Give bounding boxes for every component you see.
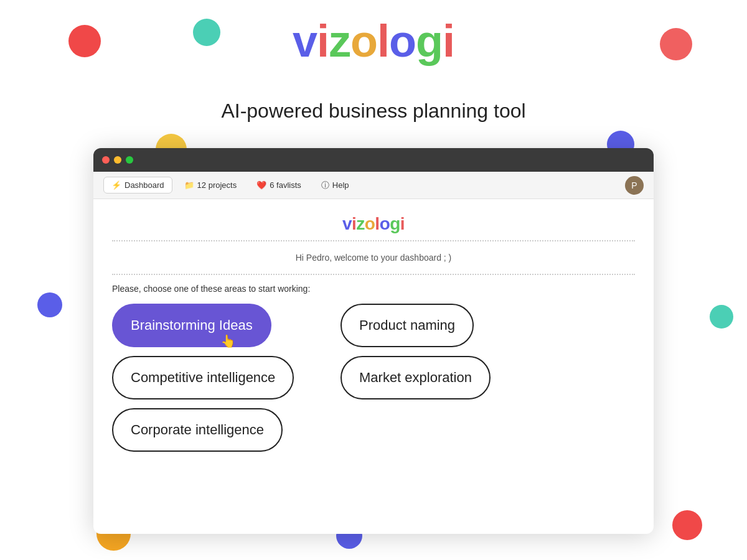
market-exploration-wrap: Market exploration: [341, 356, 560, 399]
dot-red-bottom-right: [672, 510, 702, 540]
choose-text: Please, choose one of these areas to sta…: [112, 284, 635, 294]
nav-favlists[interactable]: ❤️ 6 favlists: [248, 177, 309, 194]
browser-window: ⚡ Dashboard 📁 12 projects ❤️ 6 favlists …: [93, 148, 654, 534]
nav-dashboard[interactable]: ⚡ Dashboard: [103, 177, 172, 194]
dot-coral-top-right: [660, 28, 692, 60]
divider-bottom: [112, 274, 635, 275]
projects-icon: 📁: [184, 180, 194, 190]
dot-purple-left: [37, 292, 62, 317]
corporate-intelligence-button[interactable]: Corporate intelligence: [112, 408, 283, 452]
favlists-icon: ❤️: [256, 180, 266, 190]
dot-green-right: [710, 305, 733, 329]
market-exploration-button[interactable]: Market exploration: [341, 356, 491, 399]
brainstorming-button[interactable]: Brainstorming Ideas: [112, 304, 271, 347]
help-icon: ⓘ: [321, 180, 329, 191]
nav-projects-label: 12 projects: [197, 180, 237, 190]
product-naming-wrap: Product naming: [341, 304, 560, 347]
tagline: AI-powered business planning tool: [221, 100, 525, 123]
nav-favlists-label: 6 favlists: [270, 180, 301, 190]
browser-content: vizologi Hi Pedro, welcome to your dashb…: [93, 199, 654, 464]
competitive-intelligence-button[interactable]: Competitive intelligence: [112, 356, 294, 399]
nav-help[interactable]: ⓘ Help: [313, 176, 357, 195]
options-grid: Brainstorming Ideas 👆 Product naming Com…: [112, 304, 560, 452]
nav-projects[interactable]: 📁 12 projects: [176, 177, 245, 194]
welcome-message: Hi Pedro, welcome to your dashboard ; ): [112, 248, 635, 268]
top-logo-text: vizologi: [293, 19, 454, 63]
user-avatar[interactable]: P: [625, 176, 644, 195]
browser-navbar: ⚡ Dashboard 📁 12 projects ❤️ 6 favlists …: [93, 172, 654, 199]
inner-logo: vizologi: [112, 214, 635, 234]
dot-red-top-left: [68, 25, 101, 57]
dashboard-icon: ⚡: [111, 180, 121, 190]
inner-logo-text: vizologi: [342, 214, 405, 233]
dot-teal-top: [193, 19, 220, 46]
browser-maximize-dot[interactable]: [126, 156, 133, 164]
browser-close-dot[interactable]: [102, 156, 110, 164]
product-naming-button[interactable]: Product naming: [341, 304, 474, 347]
brainstorming-wrap: Brainstorming Ideas 👆: [112, 304, 332, 347]
corporate-intel-wrap: Corporate intelligence: [112, 408, 332, 452]
divider-top: [112, 240, 635, 241]
browser-minimize-dot[interactable]: [114, 156, 121, 164]
competitive-intel-wrap: Competitive intelligence: [112, 356, 332, 399]
nav-dashboard-label: Dashboard: [125, 180, 164, 190]
nav-help-label: Help: [332, 180, 349, 190]
browser-titlebar: [93, 148, 654, 172]
top-logo: vizologi: [293, 19, 454, 63]
